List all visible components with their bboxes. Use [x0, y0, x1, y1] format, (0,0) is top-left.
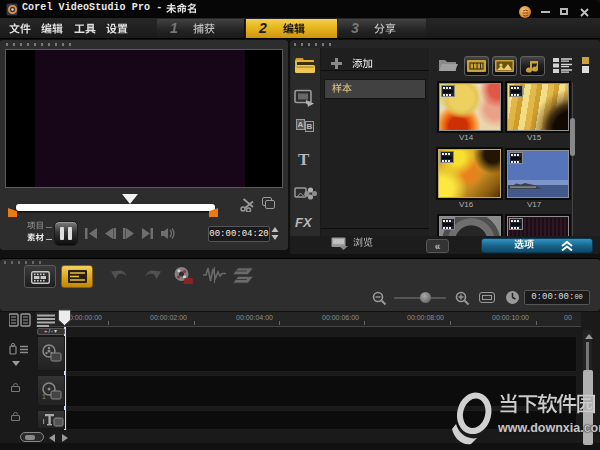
- svg-text:1: 1: [42, 393, 46, 400]
